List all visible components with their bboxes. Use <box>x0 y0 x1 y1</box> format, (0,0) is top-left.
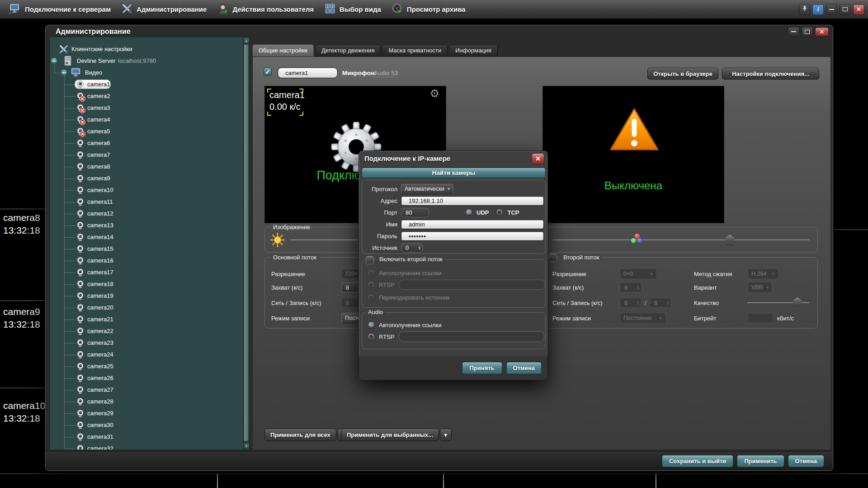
tab-2[interactable]: Маска приватности <box>382 44 448 56</box>
compression-select[interactable]: H.264▼ <box>748 268 778 279</box>
variant-select[interactable]: VBR▼ <box>748 282 772 293</box>
tree-camera-item-camera10[interactable]: camera10 <box>50 184 243 196</box>
record-spinner[interactable]: 8▴▾ <box>650 298 671 308</box>
scroll-up-icon[interactable]: ▲ <box>243 38 250 44</box>
window-restore-button[interactable] <box>802 27 813 36</box>
tree-item-client-settings[interactable]: Клиентские настройки <box>50 43 243 55</box>
taskbar-item-view-select[interactable]: 12 Выбор вида <box>319 1 387 17</box>
microphone-value-link[interactable]: Audio 53 <box>374 70 398 77</box>
tree-camera-item-camera30[interactable]: camera30 <box>50 419 243 431</box>
quality-slider-handle[interactable] <box>793 297 802 307</box>
tree-camera-item-camera14[interactable]: camera14 <box>50 231 243 243</box>
tree-camera-item-camera25[interactable]: camera25 <box>50 361 243 372</box>
tree-camera-item-camera27[interactable]: camera27 <box>50 384 243 396</box>
tab-3[interactable]: Информация <box>449 44 498 56</box>
audio-auto-link-radio[interactable] <box>368 321 375 328</box>
color-slider[interactable] <box>552 239 809 240</box>
tree-camera-item-camera12[interactable]: camera12 <box>50 208 243 220</box>
save-exit-button[interactable]: Сохранить и выйти <box>662 455 733 467</box>
pin-button[interactable] <box>799 4 810 15</box>
taskbar-item-administration[interactable]: Администрирование <box>116 1 212 17</box>
tree-camera-item-camera6[interactable]: camera6 <box>50 137 243 149</box>
tree-item-video[interactable]: Видео <box>50 67 243 79</box>
tree-camera-item-camera28[interactable]: camera28 <box>50 396 243 408</box>
tree-camera-item-camera29[interactable]: camera29 <box>50 408 243 419</box>
tree-camera-item-camera24[interactable]: camera24 <box>50 349 243 361</box>
port-input[interactable]: 80 <box>401 208 429 217</box>
tree-camera-item-camera7[interactable]: camera7 <box>50 149 243 161</box>
apply-all-button[interactable]: Применить для всех <box>264 429 336 441</box>
resolution-select[interactable]: 0×0▼ <box>620 268 657 279</box>
tree-camera-item-camera9[interactable]: camera9 <box>50 173 243 184</box>
camera-name-input[interactable]: camera1 <box>278 67 338 78</box>
rtsp-radio[interactable] <box>368 281 375 288</box>
tree-camera-item-camera32[interactable]: camera32 <box>50 443 243 450</box>
bitrate-input[interactable] <box>748 313 773 323</box>
tree-camera-item-camera26[interactable]: camera26 <box>50 372 243 384</box>
tree-camera-item-camera31[interactable]: camera31 <box>50 431 243 443</box>
background-camera-tile-camera9[interactable]: camera913:32:18 <box>3 305 40 331</box>
spinner-arrows-icon[interactable]: ▴▾ <box>418 245 420 250</box>
tree-camera-item-camera16[interactable]: camera16 <box>50 255 243 267</box>
tree-camera-item-camera2[interactable]: camera2 <box>50 90 243 102</box>
audio-rtsp-radio[interactable] <box>368 333 375 340</box>
tree-camera-item-camera4[interactable]: camera4 <box>50 114 243 126</box>
scrollbar-thumb[interactable] <box>244 44 249 441</box>
net-spinner[interactable]: 8▴▾ <box>620 298 642 308</box>
tree-item-server[interactable]: Devline Serverlocalhost:9780 <box>50 55 243 67</box>
collapse-icon[interactable] <box>51 57 57 64</box>
tab-0[interactable]: Общие настройки <box>252 44 314 56</box>
tree-camera-item-camera13[interactable]: camera13 <box>50 220 243 231</box>
app-close-button[interactable]: ✕ <box>853 4 864 15</box>
record-mode-select[interactable]: Постоянно▼ <box>620 313 666 324</box>
window-close-button[interactable]: ✕ <box>815 27 829 36</box>
username-input[interactable]: admin <box>401 220 544 229</box>
background-camera-tile-camera8[interactable]: camera813:32:18 <box>3 211 40 237</box>
tree-camera-item-camera23[interactable]: camera23 <box>50 337 243 349</box>
app-minimize-button[interactable] <box>826 4 837 15</box>
cancel-button[interactable]: Отмена <box>788 455 824 467</box>
tab-1[interactable]: Детектор движения <box>315 44 381 56</box>
apply-all-split-button[interactable]: Применить для всех ▾ <box>264 429 349 441</box>
apply-selected-split-button[interactable]: Применить для выбранных... ▾ <box>341 429 452 441</box>
taskbar-item-user-actions[interactable]: Действия пользователя <box>212 1 319 17</box>
source-spinner[interactable]: 0▴▾ <box>401 243 423 253</box>
udp-radio[interactable] <box>465 209 472 216</box>
tree-camera-item-camera21[interactable]: camera21 <box>50 314 243 325</box>
camera-enabled-checkbox[interactable]: ✓ <box>264 68 272 76</box>
apply-selected-button[interactable]: Применить для выбранных... <box>341 429 439 441</box>
second-stream-checkbox[interactable] <box>549 253 557 262</box>
protocol-select[interactable]: Автоматически▼ <box>401 184 453 194</box>
tree-camera-item-camera18[interactable]: camera18 <box>50 278 243 290</box>
tree-scrollbar[interactable]: ▲ ▼ <box>243 38 249 449</box>
auto-link-radio[interactable] <box>368 269 375 277</box>
info-button[interactable]: i <box>812 4 824 15</box>
transcode-radio[interactable] <box>368 294 375 301</box>
dropdown-arrow-icon[interactable]: ▾ <box>440 429 452 441</box>
background-camera-tile-camera10[interactable]: camera1013:32:18 <box>3 399 45 425</box>
connection-settings-button[interactable]: Настройки подключения... <box>722 68 819 80</box>
tree-camera-item-camera19[interactable]: camera19 <box>50 290 243 302</box>
address-input[interactable]: 192.168.1.10 <box>401 196 544 206</box>
tree-camera-item-camera1[interactable]: camera1 <box>50 79 243 90</box>
app-maximize-button[interactable] <box>840 4 851 15</box>
tree-camera-item-camera20[interactable]: camera20 <box>50 302 243 314</box>
preview-settings-gear-icon[interactable]: ⚙ <box>429 87 439 100</box>
tree-camera-item-camera3[interactable]: camera3 <box>50 102 243 114</box>
scroll-down-icon[interactable]: ▼ <box>243 443 250 449</box>
tree-camera-item-camera22[interactable]: camera22 <box>50 325 243 337</box>
taskbar-item-servers[interactable]: Подключение к серверам <box>4 1 116 17</box>
dialog-close-button[interactable]: ✕ <box>532 153 544 164</box>
open-in-browser-button[interactable]: Открыть в браузере <box>647 68 718 80</box>
audio-rtsp-url-input[interactable] <box>399 331 544 342</box>
capture-spinner[interactable]: 8▴▾ <box>620 282 642 292</box>
enable-second-stream-checkbox[interactable] <box>366 256 374 264</box>
tree-camera-item-camera11[interactable]: camera11 <box>50 196 243 208</box>
tree-camera-item-camera8[interactable]: camera8 <box>50 161 243 173</box>
collapse-icon[interactable] <box>61 69 67 76</box>
find-cameras-button[interactable]: Найти камеры <box>362 168 546 178</box>
apply-button[interactable]: Применить <box>737 455 784 467</box>
tree-camera-item-camera17[interactable]: camera17 <box>50 267 243 278</box>
tree-camera-item-camera5[interactable]: camera5 <box>50 126 243 137</box>
window-minimize-button[interactable] <box>788 27 799 36</box>
